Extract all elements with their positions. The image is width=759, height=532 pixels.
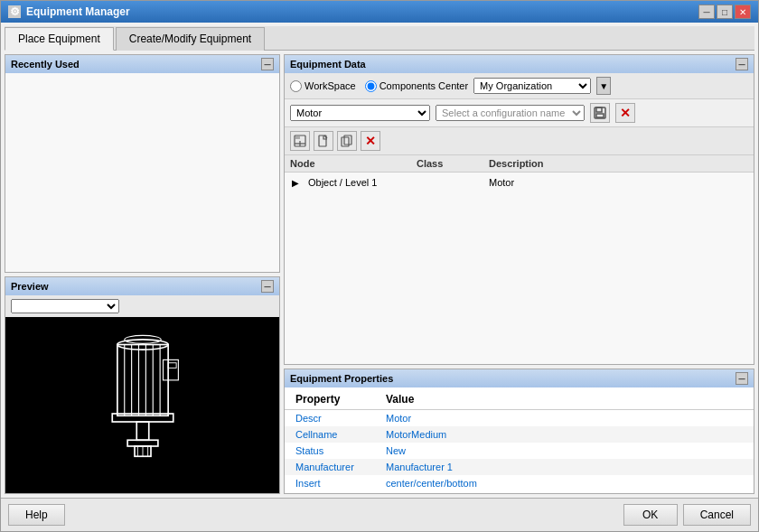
preview-panel: Preview ─ bbox=[5, 276, 280, 494]
action-delete-button[interactable]: ✕ bbox=[361, 131, 380, 151]
preview-header: Preview ─ bbox=[5, 277, 279, 295]
title-bar-left: ⚙ Equipment Manager bbox=[8, 5, 130, 18]
property-cell: Manufacturer bbox=[285, 459, 375, 475]
properties-table: Property Value DescrMotorCellnameMotorMe… bbox=[285, 389, 754, 491]
tree-expand-icon[interactable]: ▶ bbox=[290, 177, 301, 188]
title-controls: ─ □ ✕ bbox=[698, 5, 751, 19]
value-col-header: Value bbox=[375, 389, 754, 410]
ok-button[interactable]: OK bbox=[623, 504, 678, 526]
components-center-radio[interactable] bbox=[365, 80, 377, 92]
action-new-button[interactable] bbox=[314, 131, 333, 151]
equipment-data-panel: Equipment Data ─ WorkSpace Com bbox=[284, 54, 754, 365]
table-row: DescrMotor bbox=[285, 410, 754, 427]
cancel-button[interactable]: Cancel bbox=[683, 504, 751, 526]
table-row[interactable]: ▶ Object / Level 1 Motor bbox=[286, 174, 752, 191]
add-icon bbox=[294, 135, 306, 147]
property-cell: Insert bbox=[285, 475, 375, 491]
bottom-bar: Help OK Cancel bbox=[1, 498, 758, 531]
recently-used-content bbox=[5, 73, 279, 272]
svg-rect-19 bbox=[596, 107, 602, 112]
eq-actions-row: ✕ bbox=[285, 127, 754, 155]
value-cell: Manufacturer 1 bbox=[375, 459, 754, 475]
equipment-data-title: Equipment Data bbox=[290, 59, 366, 70]
save-icon bbox=[594, 107, 606, 119]
workspace-radio-label[interactable]: WorkSpace bbox=[290, 80, 356, 92]
props-table-container: Property Value DescrMotorCellnameMotorMe… bbox=[285, 387, 754, 493]
tree-col-description: Description bbox=[489, 158, 597, 169]
tab-place-equipment[interactable]: Place Equipment bbox=[5, 27, 114, 51]
property-col-header: Property bbox=[285, 389, 375, 410]
value-cell: center/center/bottom bbox=[375, 475, 754, 491]
equipment-properties-header: Equipment Properties ─ bbox=[285, 369, 754, 387]
organization-select[interactable]: My Organization bbox=[473, 78, 591, 94]
table-row: Insertcenter/center/bottom bbox=[285, 475, 754, 491]
minimize-button[interactable]: ─ bbox=[698, 5, 715, 19]
eq-filter-row: Motor Select a configuration name bbox=[285, 99, 754, 127]
action-add-button[interactable] bbox=[290, 131, 310, 151]
components-center-label: Components Center bbox=[380, 80, 468, 91]
table-row: StatusNew bbox=[285, 443, 754, 459]
main-window: ⚙ Equipment Manager ─ □ ✕ Place Equipmen… bbox=[0, 0, 759, 532]
save-config-button[interactable] bbox=[590, 103, 610, 123]
right-panel: Equipment Data ─ WorkSpace Com bbox=[284, 54, 754, 494]
equipment-properties-title: Equipment Properties bbox=[290, 373, 393, 384]
copy-icon bbox=[341, 135, 353, 147]
table-row: CellnameMotorMedium bbox=[285, 426, 754, 443]
workspace-label: WorkSpace bbox=[305, 80, 356, 91]
value-cell: MotorMedium bbox=[375, 426, 754, 443]
tree-col-class: Class bbox=[417, 158, 489, 169]
components-center-radio-label[interactable]: Components Center bbox=[365, 80, 468, 92]
property-cell: Status bbox=[285, 443, 375, 459]
tab-create-modify[interactable]: Create/Modify Equipment bbox=[116, 27, 265, 51]
tree-col-node: Node bbox=[290, 158, 417, 169]
tabs-row: Place Equipment Create/Modify Equipment bbox=[5, 26, 754, 51]
new-doc-icon bbox=[317, 135, 330, 147]
delete-config-button[interactable]: ✕ bbox=[615, 103, 635, 123]
value-cell: New bbox=[375, 443, 754, 459]
equipment-type-select[interactable]: Motor bbox=[290, 105, 430, 121]
table-row: ManufacturerManufacturer 1 bbox=[285, 459, 754, 475]
title-bar: ⚙ Equipment Manager ─ □ ✕ bbox=[1, 1, 758, 23]
tree-row-cells: Object / Level 1 Motor bbox=[305, 177, 748, 188]
action-copy-button[interactable] bbox=[337, 131, 357, 151]
svg-rect-22 bbox=[295, 136, 300, 139]
window-title: Equipment Manager bbox=[26, 5, 130, 18]
equipment-data-collapse[interactable]: ─ bbox=[736, 58, 748, 70]
tree-node-cell: Object / Level 1 bbox=[305, 177, 413, 188]
property-cell: Descr bbox=[285, 410, 375, 427]
equipment-tree: ▶ Object / Level 1 Motor bbox=[285, 173, 754, 364]
eq-toolbar-row1: WorkSpace Components Center My Organizat… bbox=[285, 73, 754, 99]
preview-dropdown-row bbox=[5, 295, 279, 317]
motor-preview-svg bbox=[89, 324, 197, 487]
bottom-left: Help bbox=[8, 504, 65, 526]
preview-collapse[interactable]: ─ bbox=[261, 280, 274, 293]
source-radio-group: WorkSpace Components Center bbox=[290, 80, 468, 92]
workspace-radio[interactable] bbox=[290, 80, 302, 92]
content-area: Place Equipment Create/Modify Equipment … bbox=[1, 23, 758, 498]
tree-class-cell bbox=[413, 177, 485, 188]
svg-rect-17 bbox=[168, 362, 176, 368]
recently-used-collapse[interactable]: ─ bbox=[261, 58, 274, 70]
app-icon: ⚙ bbox=[8, 5, 21, 18]
tree-header: Node Class Description bbox=[285, 155, 754, 173]
value-cell: Motor bbox=[375, 410, 754, 427]
svg-rect-8 bbox=[112, 414, 173, 422]
left-panel: Recently Used ─ Preview ─ bbox=[5, 54, 280, 494]
close-button[interactable]: ✕ bbox=[735, 5, 751, 19]
svg-rect-10 bbox=[127, 440, 158, 446]
recently-used-header: Recently Used ─ bbox=[5, 55, 279, 73]
svg-rect-25 bbox=[319, 135, 326, 146]
maximize-button[interactable]: □ bbox=[717, 5, 733, 19]
equipment-data-header: Equipment Data ─ bbox=[285, 55, 754, 73]
recently-used-panel: Recently Used ─ bbox=[5, 54, 280, 273]
help-button[interactable]: Help bbox=[8, 504, 65, 526]
org-dropdown-arrow[interactable]: ▼ bbox=[596, 77, 611, 95]
svg-rect-9 bbox=[136, 422, 149, 440]
tree-description-cell: Motor bbox=[485, 177, 594, 188]
property-cell: Cellname bbox=[285, 426, 375, 443]
equipment-properties-collapse[interactable]: ─ bbox=[736, 372, 748, 385]
preview-dropdown[interactable] bbox=[11, 299, 119, 313]
preview-title: Preview bbox=[11, 281, 49, 292]
configuration-select[interactable]: Select a configuration name bbox=[436, 105, 585, 121]
recently-used-title: Recently Used bbox=[11, 59, 80, 70]
